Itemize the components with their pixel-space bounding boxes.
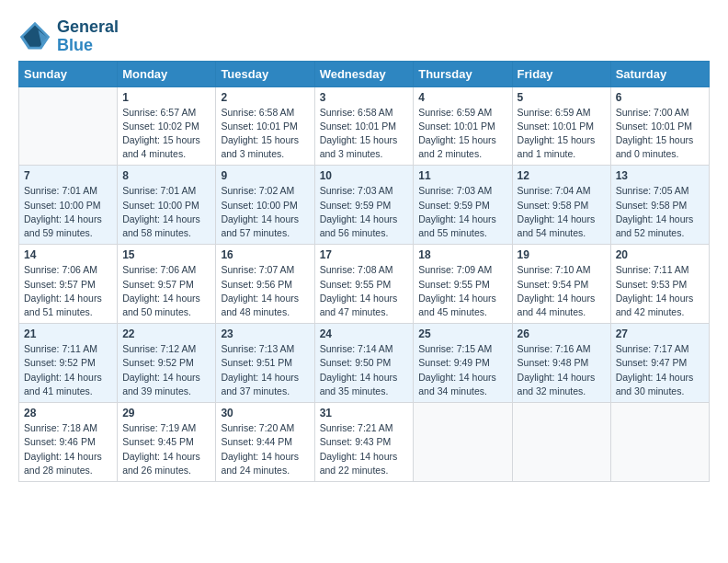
- day-number: 5: [518, 91, 606, 104]
- day-number: 6: [616, 91, 704, 104]
- sunset-text: Sunset: 9:54 PM: [518, 279, 589, 290]
- sunset-text: Sunset: 10:01 PM: [418, 121, 495, 132]
- calendar-day-cell: 4Sunrise: 6:59 AMSunset: 10:01 PMDayligh…: [414, 86, 512, 166]
- calendar-day-cell: 10Sunrise: 7:03 AMSunset: 9:59 PMDayligh…: [314, 166, 414, 245]
- day-number: 26: [518, 327, 606, 340]
- calendar-day-cell: 20Sunrise: 7:11 AMSunset: 9:53 PMDayligh…: [610, 245, 709, 324]
- sunset-text: Sunset: 10:00 PM: [122, 200, 199, 211]
- calendar-day-cell: 26Sunrise: 7:16 AMSunset: 9:48 PMDayligh…: [512, 324, 610, 403]
- day-number: 25: [418, 327, 506, 340]
- sunrise-text: Sunrise: 7:18 AM: [24, 422, 97, 433]
- daylight-text: Daylight: 14 hours and 58 minutes.: [122, 213, 200, 238]
- sunset-text: Sunset: 9:59 PM: [320, 200, 392, 211]
- sunrise-text: Sunrise: 7:06 AM: [122, 264, 196, 275]
- calendar-day-cell: 8Sunrise: 7:01 AMSunset: 10:00 PMDayligh…: [118, 166, 216, 245]
- daylight-text: Daylight: 14 hours and 44 minutes.: [518, 293, 596, 317]
- calendar-empty-cell: [610, 403, 709, 482]
- sunrise-text: Sunrise: 7:02 AM: [221, 185, 294, 196]
- sunset-text: Sunset: 9:59 PM: [418, 200, 490, 211]
- day-info: Sunrise: 7:04 AMSunset: 9:58 PMDaylight:…: [518, 184, 606, 240]
- calendar-day-cell: 18Sunrise: 7:09 AMSunset: 9:55 PMDayligh…: [414, 245, 512, 324]
- day-number: 23: [221, 327, 309, 340]
- daylight-text: Daylight: 14 hours and 57 minutes.: [221, 213, 299, 238]
- logo-icon: [18, 20, 51, 53]
- day-info: Sunrise: 7:19 AMSunset: 9:45 PMDaylight:…: [122, 421, 210, 477]
- day-info: Sunrise: 7:12 AMSunset: 9:52 PMDaylight:…: [122, 342, 210, 398]
- calendar-day-cell: 12Sunrise: 7:04 AMSunset: 9:58 PMDayligh…: [512, 166, 610, 245]
- sunrise-text: Sunrise: 7:11 AM: [616, 264, 689, 275]
- sunrise-text: Sunrise: 7:04 AM: [518, 185, 591, 196]
- daylight-text: Daylight: 14 hours and 47 minutes.: [320, 293, 398, 317]
- day-info: Sunrise: 7:09 AMSunset: 9:55 PMDaylight:…: [418, 263, 506, 319]
- calendar-day-cell: 1Sunrise: 6:57 AMSunset: 10:02 PMDayligh…: [118, 86, 216, 166]
- day-number: 2: [221, 91, 309, 104]
- day-info: Sunrise: 7:07 AMSunset: 9:56 PMDaylight:…: [221, 263, 309, 319]
- day-info: Sunrise: 6:58 AMSunset: 10:01 PMDaylight…: [320, 106, 409, 162]
- sunset-text: Sunset: 10:01 PM: [518, 121, 594, 132]
- calendar-day-cell: 23Sunrise: 7:13 AMSunset: 9:51 PMDayligh…: [216, 324, 314, 403]
- sunrise-text: Sunrise: 7:16 AM: [518, 343, 591, 354]
- calendar-day-cell: 21Sunrise: 7:11 AMSunset: 9:52 PMDayligh…: [19, 324, 118, 403]
- daylight-text: Daylight: 14 hours and 28 minutes.: [24, 451, 102, 476]
- day-info: Sunrise: 7:11 AMSunset: 9:52 PMDaylight:…: [24, 342, 112, 398]
- day-number: 7: [24, 169, 112, 182]
- sunrise-text: Sunrise: 7:01 AM: [122, 185, 196, 196]
- sunrise-text: Sunrise: 7:01 AM: [24, 185, 97, 196]
- sunset-text: Sunset: 9:51 PM: [221, 357, 292, 368]
- sunset-text: Sunset: 9:55 PM: [320, 279, 392, 290]
- day-info: Sunrise: 7:16 AMSunset: 9:48 PMDaylight:…: [518, 342, 606, 398]
- day-info: Sunrise: 7:03 AMSunset: 9:59 PMDaylight:…: [418, 184, 506, 240]
- calendar-day-cell: 16Sunrise: 7:07 AMSunset: 9:56 PMDayligh…: [216, 245, 314, 324]
- sunset-text: Sunset: 9:55 PM: [418, 279, 490, 290]
- sunrise-text: Sunrise: 7:11 AM: [24, 343, 97, 354]
- daylight-text: Daylight: 15 hours and 0 minutes.: [616, 134, 694, 159]
- daylight-text: Daylight: 14 hours and 59 minutes.: [24, 213, 102, 238]
- day-number: 30: [221, 407, 309, 419]
- day-info: Sunrise: 7:20 AMSunset: 9:44 PMDaylight:…: [221, 421, 309, 477]
- calendar-week-row: 28Sunrise: 7:18 AMSunset: 9:46 PMDayligh…: [19, 403, 710, 482]
- calendar-week-row: 21Sunrise: 7:11 AMSunset: 9:52 PMDayligh…: [19, 324, 710, 403]
- weekday-header-wednesday: Wednesday: [314, 61, 414, 86]
- day-number: 10: [320, 169, 409, 182]
- day-info: Sunrise: 6:57 AMSunset: 10:02 PMDaylight…: [122, 106, 210, 162]
- logo-text: General Blue: [57, 18, 119, 55]
- sunset-text: Sunset: 9:52 PM: [122, 357, 194, 368]
- day-number: 4: [418, 91, 506, 104]
- day-info: Sunrise: 7:01 AMSunset: 10:00 PMDaylight…: [24, 184, 112, 240]
- sunset-text: Sunset: 9:56 PM: [221, 279, 292, 290]
- daylight-text: Daylight: 15 hours and 1 minute.: [518, 134, 596, 159]
- calendar-empty-cell: [19, 86, 118, 166]
- calendar-day-cell: 3Sunrise: 6:58 AMSunset: 10:01 PMDayligh…: [314, 86, 414, 166]
- day-info: Sunrise: 7:01 AMSunset: 10:00 PMDaylight…: [122, 184, 210, 240]
- day-info: Sunrise: 7:15 AMSunset: 9:49 PMDaylight:…: [418, 342, 506, 398]
- daylight-text: Daylight: 14 hours and 41 minutes.: [24, 372, 102, 396]
- sunrise-text: Sunrise: 7:19 AM: [122, 422, 196, 433]
- sunset-text: Sunset: 9:53 PM: [616, 279, 688, 290]
- calendar-empty-cell: [512, 403, 610, 482]
- calendar-day-cell: 7Sunrise: 7:01 AMSunset: 10:00 PMDayligh…: [19, 166, 118, 245]
- day-number: 3: [320, 91, 409, 104]
- sunrise-text: Sunrise: 6:58 AM: [320, 107, 393, 118]
- daylight-text: Daylight: 15 hours and 4 minutes.: [122, 134, 200, 159]
- calendar-day-cell: 28Sunrise: 7:18 AMSunset: 9:46 PMDayligh…: [19, 403, 118, 482]
- calendar-day-cell: 2Sunrise: 6:58 AMSunset: 10:01 PMDayligh…: [216, 86, 314, 166]
- sunrise-text: Sunrise: 7:06 AM: [24, 264, 97, 275]
- day-info: Sunrise: 7:00 AMSunset: 10:01 PMDaylight…: [616, 106, 704, 162]
- sunrise-text: Sunrise: 7:09 AM: [418, 264, 492, 275]
- sunset-text: Sunset: 9:45 PM: [122, 436, 194, 447]
- calendar-day-cell: 9Sunrise: 7:02 AMSunset: 10:00 PMDayligh…: [216, 166, 314, 245]
- daylight-text: Daylight: 15 hours and 3 minutes.: [221, 134, 299, 159]
- sunrise-text: Sunrise: 7:00 AM: [616, 107, 689, 118]
- day-info: Sunrise: 7:06 AMSunset: 9:57 PMDaylight:…: [24, 263, 112, 319]
- sunrise-text: Sunrise: 7:13 AM: [221, 343, 294, 354]
- day-number: 18: [418, 248, 506, 261]
- sunrise-text: Sunrise: 7:03 AM: [418, 185, 492, 196]
- calendar-header-row: SundayMondayTuesdayWednesdayThursdayFrid…: [19, 61, 710, 86]
- weekday-header-monday: Monday: [118, 61, 216, 86]
- day-info: Sunrise: 7:21 AMSunset: 9:43 PMDaylight:…: [320, 421, 409, 477]
- day-number: 21: [24, 327, 112, 340]
- daylight-text: Daylight: 14 hours and 26 minutes.: [122, 451, 200, 476]
- calendar-day-cell: 5Sunrise: 6:59 AMSunset: 10:01 PMDayligh…: [512, 86, 610, 166]
- daylight-text: Daylight: 14 hours and 50 minutes.: [122, 293, 200, 317]
- daylight-text: Daylight: 14 hours and 42 minutes.: [616, 293, 694, 317]
